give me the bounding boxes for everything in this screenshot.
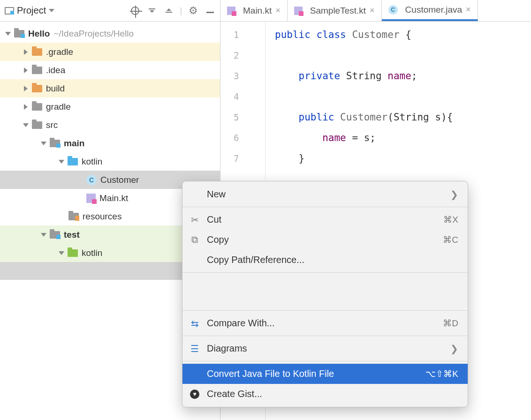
tab-label: Customer.java [405, 5, 462, 15]
locate-button[interactable] [128, 4, 142, 18]
shortcut: ⌘D [443, 318, 458, 329]
project-dropdown-label: Project [17, 5, 46, 16]
settings-button[interactable]: ⚙ [186, 4, 200, 18]
tree-root[interactable]: Hello ~/IdeaProjects/Hello [0, 24, 220, 43]
tree-item-src[interactable]: src [0, 116, 220, 134]
github-icon: ♥ [189, 390, 200, 399]
chevron-down-icon[interactable] [23, 123, 29, 127]
chevron-right-icon: ❯ [450, 189, 458, 200]
chevron-right-icon[interactable] [23, 49, 29, 55]
menu-item-copy[interactable]: ⧉ Copy ⌘C [182, 230, 468, 250]
tree-label: Main.kt [99, 193, 128, 203]
close-icon[interactable]: × [370, 6, 375, 15]
tree-item-build[interactable]: build [0, 79, 220, 98]
tree-label: Hello [28, 29, 50, 39]
tree-item-main[interactable]: main [0, 134, 220, 152]
editor-tabs: Main.kt × SampleTest.kt × C Customer.jav… [220, 0, 531, 22]
line-number: 1 [220, 24, 265, 45]
tree-label: main [64, 138, 84, 149]
menu-label: Compare With... [207, 318, 436, 329]
menu-label: Convert Java File to Kotlin File [207, 368, 419, 379]
chevron-down-icon[interactable] [5, 32, 11, 36]
tree-label: .gradle [46, 47, 73, 57]
separator [182, 310, 468, 311]
menu-item-diagrams[interactable]: ☰ Diagrams ❯ [182, 338, 468, 359]
kotlin-file-icon [227, 7, 235, 15]
menu-item-new[interactable]: New ❯ [182, 184, 468, 204]
tab-sampletest-kt[interactable]: SampleTest.kt × [288, 0, 382, 21]
collapse-all-button[interactable] [162, 4, 176, 18]
source-folder-icon [68, 158, 78, 165]
tree-label: src [46, 120, 58, 130]
chevron-right-icon[interactable] [23, 86, 29, 91]
compare-icon: ⇆ [189, 318, 200, 329]
chevron-down-icon [49, 9, 54, 12]
menu-item-compare[interactable]: ⇆ Compare With... ⌘D [182, 313, 468, 333]
chevron-right-icon[interactable] [23, 68, 29, 73]
close-icon[interactable]: × [275, 6, 281, 15]
menu-label: Copy Path/Reference... [207, 255, 458, 265]
java-class-icon: C [388, 5, 398, 15]
project-icon [5, 7, 14, 15]
menu-item-cut[interactable]: ✂ Cut ⌘X [182, 210, 468, 230]
expand-all-icon [148, 8, 156, 13]
menu-label: Cut [207, 214, 437, 225]
chevron-right-icon: ❯ [450, 343, 458, 354]
menu-label: New [207, 189, 444, 200]
chevron-down-icon[interactable] [40, 233, 47, 237]
module-icon [14, 30, 24, 38]
tab-main-kt[interactable]: Main.kt × [220, 0, 288, 21]
tree-label: resources [83, 211, 121, 222]
tree-item-gradle-dot[interactable]: .gradle [0, 43, 220, 61]
tree-item-gradle[interactable]: gradle [0, 98, 220, 116]
test-folder-icon [68, 249, 78, 257]
kotlin-file-icon [86, 194, 96, 203]
scissors-icon: ✂ [189, 214, 200, 225]
menu-gap [182, 275, 468, 308]
shortcut: ⌘X [443, 214, 458, 225]
menu-label: Diagrams [207, 343, 444, 354]
chevron-down-icon[interactable] [58, 251, 65, 255]
project-toolbar: Project | ⚙ [0, 0, 220, 22]
close-icon[interactable]: × [466, 5, 471, 15]
menu-item-convert[interactable]: Convert Java File to Kotlin File ⌥⇧⌘K [182, 364, 468, 384]
project-dropdown[interactable]: Project [5, 5, 54, 16]
separator [182, 336, 468, 336]
menu-item-copy-path[interactable]: Copy Path/Reference... [182, 250, 468, 270]
chevron-down-icon[interactable] [58, 160, 65, 164]
tree-label: kotlin [82, 248, 102, 258]
tree-item-kotlin-main[interactable]: kotlin [0, 152, 220, 171]
chevron-right-icon[interactable] [23, 104, 29, 110]
line-number: 3 [220, 66, 265, 86]
folder-icon [32, 67, 42, 74]
tree-label: gradle [46, 102, 71, 112]
tree-label: .idea [46, 65, 65, 75]
resources-folder-icon [68, 213, 79, 220]
chevron-down-icon[interactable] [40, 142, 47, 145]
shortcut: ⌥⇧⌘K [425, 368, 458, 379]
expand-all-button[interactable] [145, 4, 159, 18]
line-number: 6 [220, 128, 265, 148]
target-icon [131, 7, 139, 15]
minimize-button[interactable] [203, 4, 217, 18]
minimize-icon [206, 12, 214, 13]
kotlin-file-icon [294, 7, 303, 15]
folder-icon [32, 48, 42, 56]
collapse-all-icon [165, 8, 173, 13]
menu-item-gist[interactable]: ♥ Create Gist... [182, 384, 468, 404]
gear-icon: ⚙ [189, 5, 198, 17]
tree-path: ~/IdeaProjects/Hello [53, 29, 134, 39]
tab-label: SampleTest.kt [310, 6, 366, 16]
module-icon [50, 140, 60, 147]
shortcut: ⌘C [443, 234, 458, 245]
divider: | [179, 4, 183, 18]
separator [182, 272, 468, 273]
folder-icon [32, 121, 42, 129]
line-number: 7 [220, 148, 265, 169]
module-icon [50, 231, 60, 239]
line-number: 5 [220, 107, 265, 128]
context-menu: New ❯ ✂ Cut ⌘X ⧉ Copy ⌘C Copy Path/Refer… [182, 181, 468, 407]
tree-item-idea[interactable]: .idea [0, 61, 220, 79]
copy-icon: ⧉ [189, 234, 200, 245]
tab-customer-java[interactable]: C Customer.java × [382, 0, 478, 21]
